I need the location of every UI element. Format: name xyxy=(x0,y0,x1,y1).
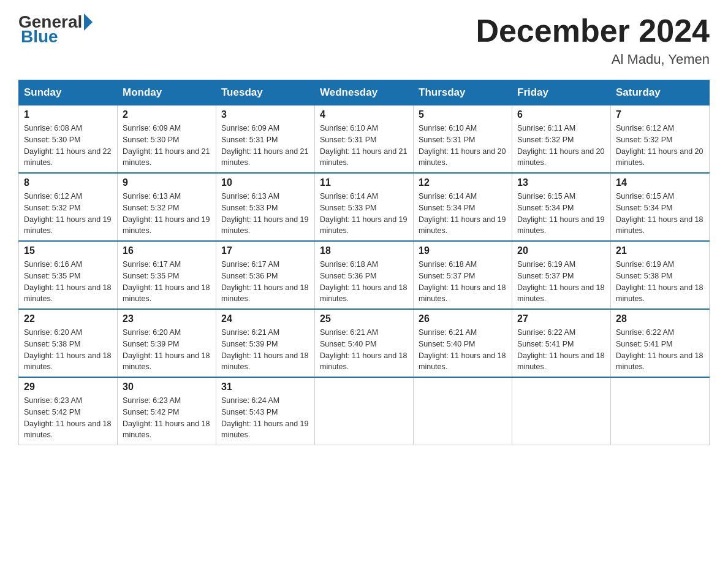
day-number: 2 xyxy=(123,109,211,120)
day-number: 22 xyxy=(24,313,112,324)
calendar-day-header: Monday xyxy=(118,80,216,105)
calendar-cell: 4Sunrise: 6:10 AMSunset: 5:31 PMDaylight… xyxy=(315,105,414,174)
day-number: 11 xyxy=(320,177,408,188)
day-info: Sunrise: 6:23 AMSunset: 5:42 PMDaylight:… xyxy=(24,395,112,441)
logo-blue-text: Blue xyxy=(21,27,58,46)
day-info: Sunrise: 6:16 AMSunset: 5:35 PMDaylight:… xyxy=(24,259,112,305)
calendar-day-header: Tuesday xyxy=(216,80,315,105)
day-info: Sunrise: 6:18 AMSunset: 5:36 PMDaylight:… xyxy=(320,259,408,305)
day-info: Sunrise: 6:10 AMSunset: 5:31 PMDaylight:… xyxy=(419,123,507,169)
day-info: Sunrise: 6:18 AMSunset: 5:37 PMDaylight:… xyxy=(419,259,507,305)
day-number: 25 xyxy=(320,313,408,324)
calendar-cell: 21Sunrise: 6:19 AMSunset: 5:38 PMDayligh… xyxy=(611,241,710,309)
calendar-cell: 26Sunrise: 6:21 AMSunset: 5:40 PMDayligh… xyxy=(414,309,512,377)
day-number: 10 xyxy=(221,177,309,188)
calendar-day-header: Friday xyxy=(512,80,611,105)
calendar-cell: 28Sunrise: 6:22 AMSunset: 5:41 PMDayligh… xyxy=(611,309,710,377)
day-info: Sunrise: 6:15 AMSunset: 5:34 PMDaylight:… xyxy=(616,191,704,237)
day-number: 9 xyxy=(123,177,211,188)
calendar-cell: 5Sunrise: 6:10 AMSunset: 5:31 PMDaylight… xyxy=(414,105,512,174)
calendar-day-header: Thursday xyxy=(414,80,512,105)
calendar-header-row: SundayMondayTuesdayWednesdayThursdayFrid… xyxy=(19,80,710,105)
calendar-cell: 11Sunrise: 6:14 AMSunset: 5:33 PMDayligh… xyxy=(315,173,414,241)
day-info: Sunrise: 6:13 AMSunset: 5:32 PMDaylight:… xyxy=(123,191,211,237)
calendar-cell: 14Sunrise: 6:15 AMSunset: 5:34 PMDayligh… xyxy=(611,173,710,241)
calendar-cell: 17Sunrise: 6:17 AMSunset: 5:36 PMDayligh… xyxy=(216,241,315,309)
page-header: General Blue December 2024 Al Madu, Yeme… xyxy=(18,12,710,67)
day-info: Sunrise: 6:09 AMSunset: 5:31 PMDaylight:… xyxy=(221,123,309,169)
day-info: Sunrise: 6:24 AMSunset: 5:43 PMDaylight:… xyxy=(221,395,309,441)
day-info: Sunrise: 6:23 AMSunset: 5:42 PMDaylight:… xyxy=(123,395,211,441)
calendar-cell: 19Sunrise: 6:18 AMSunset: 5:37 PMDayligh… xyxy=(414,241,512,309)
logo: General Blue xyxy=(18,12,94,47)
calendar-day-header: Saturday xyxy=(611,80,710,105)
location: Al Madu, Yemen xyxy=(476,52,710,67)
day-info: Sunrise: 6:09 AMSunset: 5:30 PMDaylight:… xyxy=(123,123,211,169)
calendar-cell: 1Sunrise: 6:08 AMSunset: 5:30 PMDaylight… xyxy=(19,105,118,174)
calendar-cell xyxy=(315,377,414,445)
day-number: 21 xyxy=(616,245,704,256)
day-info: Sunrise: 6:17 AMSunset: 5:35 PMDaylight:… xyxy=(123,259,211,305)
day-number: 6 xyxy=(517,109,605,120)
day-info: Sunrise: 6:12 AMSunset: 5:32 PMDaylight:… xyxy=(24,191,112,237)
day-number: 7 xyxy=(616,109,704,120)
calendar-cell: 30Sunrise: 6:23 AMSunset: 5:42 PMDayligh… xyxy=(118,377,216,445)
calendar-cell: 23Sunrise: 6:20 AMSunset: 5:39 PMDayligh… xyxy=(118,309,216,377)
calendar-cell: 18Sunrise: 6:18 AMSunset: 5:36 PMDayligh… xyxy=(315,241,414,309)
day-info: Sunrise: 6:21 AMSunset: 5:39 PMDaylight:… xyxy=(221,327,309,373)
calendar-cell: 6Sunrise: 6:11 AMSunset: 5:32 PMDaylight… xyxy=(512,105,611,174)
day-info: Sunrise: 6:22 AMSunset: 5:41 PMDaylight:… xyxy=(517,327,605,373)
calendar-cell: 24Sunrise: 6:21 AMSunset: 5:39 PMDayligh… xyxy=(216,309,315,377)
calendar-cell: 9Sunrise: 6:13 AMSunset: 5:32 PMDaylight… xyxy=(118,173,216,241)
day-info: Sunrise: 6:14 AMSunset: 5:34 PMDaylight:… xyxy=(419,191,507,237)
calendar-cell: 25Sunrise: 6:21 AMSunset: 5:40 PMDayligh… xyxy=(315,309,414,377)
day-number: 31 xyxy=(221,381,309,393)
day-number: 8 xyxy=(24,177,112,188)
day-number: 17 xyxy=(221,245,309,256)
calendar-cell: 20Sunrise: 6:19 AMSunset: 5:37 PMDayligh… xyxy=(512,241,611,309)
calendar-cell xyxy=(414,377,512,445)
day-info: Sunrise: 6:20 AMSunset: 5:38 PMDaylight:… xyxy=(24,327,112,373)
day-number: 27 xyxy=(517,313,605,324)
calendar-cell: 8Sunrise: 6:12 AMSunset: 5:32 PMDaylight… xyxy=(19,173,118,241)
calendar-cell: 2Sunrise: 6:09 AMSunset: 5:30 PMDaylight… xyxy=(118,105,216,174)
calendar-cell xyxy=(512,377,611,445)
day-number: 5 xyxy=(419,109,507,120)
day-info: Sunrise: 6:11 AMSunset: 5:32 PMDaylight:… xyxy=(517,123,605,169)
day-info: Sunrise: 6:21 AMSunset: 5:40 PMDaylight:… xyxy=(419,327,507,373)
calendar-cell: 3Sunrise: 6:09 AMSunset: 5:31 PMDaylight… xyxy=(216,105,315,174)
day-info: Sunrise: 6:15 AMSunset: 5:34 PMDaylight:… xyxy=(517,191,605,237)
calendar-day-header: Wednesday xyxy=(315,80,414,105)
day-number: 13 xyxy=(517,177,605,188)
day-number: 20 xyxy=(517,245,605,256)
calendar-cell: 31Sunrise: 6:24 AMSunset: 5:43 PMDayligh… xyxy=(216,377,315,445)
day-number: 14 xyxy=(616,177,704,188)
month-title: December 2024 xyxy=(476,12,710,49)
day-info: Sunrise: 6:12 AMSunset: 5:32 PMDaylight:… xyxy=(616,123,704,169)
day-info: Sunrise: 6:19 AMSunset: 5:38 PMDaylight:… xyxy=(616,259,704,305)
calendar-cell: 13Sunrise: 6:15 AMSunset: 5:34 PMDayligh… xyxy=(512,173,611,241)
day-number: 28 xyxy=(616,313,704,324)
title-area: December 2024 Al Madu, Yemen xyxy=(476,12,710,67)
calendar-cell: 7Sunrise: 6:12 AMSunset: 5:32 PMDaylight… xyxy=(611,105,710,174)
day-info: Sunrise: 6:13 AMSunset: 5:33 PMDaylight:… xyxy=(221,191,309,237)
day-number: 15 xyxy=(24,245,112,256)
day-number: 23 xyxy=(123,313,211,324)
day-number: 4 xyxy=(320,109,408,120)
day-info: Sunrise: 6:10 AMSunset: 5:31 PMDaylight:… xyxy=(320,123,408,169)
calendar-cell: 22Sunrise: 6:20 AMSunset: 5:38 PMDayligh… xyxy=(19,309,118,377)
calendar-cell: 12Sunrise: 6:14 AMSunset: 5:34 PMDayligh… xyxy=(414,173,512,241)
calendar-cell xyxy=(611,377,710,445)
calendar-cell: 10Sunrise: 6:13 AMSunset: 5:33 PMDayligh… xyxy=(216,173,315,241)
day-info: Sunrise: 6:20 AMSunset: 5:39 PMDaylight:… xyxy=(123,327,211,373)
day-number: 3 xyxy=(221,109,309,120)
logo-arrow-icon xyxy=(84,13,93,31)
calendar-cell: 16Sunrise: 6:17 AMSunset: 5:35 PMDayligh… xyxy=(118,241,216,309)
day-number: 26 xyxy=(419,313,507,324)
day-info: Sunrise: 6:14 AMSunset: 5:33 PMDaylight:… xyxy=(320,191,408,237)
day-info: Sunrise: 6:22 AMSunset: 5:41 PMDaylight:… xyxy=(616,327,704,373)
calendar-cell: 27Sunrise: 6:22 AMSunset: 5:41 PMDayligh… xyxy=(512,309,611,377)
day-number: 29 xyxy=(24,381,112,393)
day-info: Sunrise: 6:17 AMSunset: 5:36 PMDaylight:… xyxy=(221,259,309,305)
day-number: 16 xyxy=(123,245,211,256)
